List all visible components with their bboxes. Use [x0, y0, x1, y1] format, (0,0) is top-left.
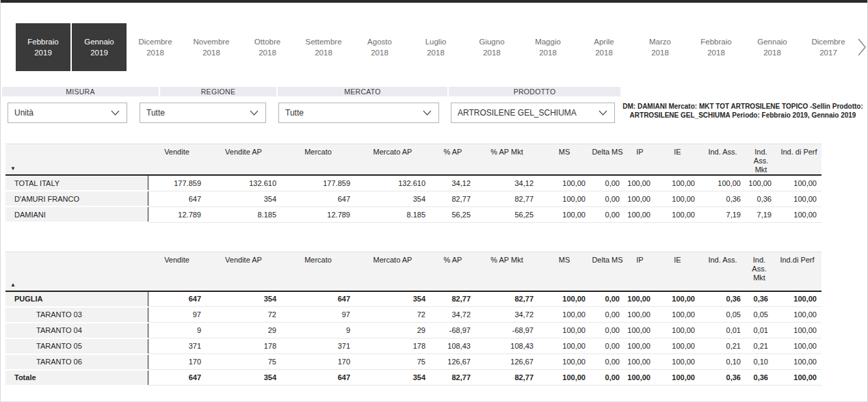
column-header-ip[interactable]: IP	[624, 144, 655, 176]
row-header-total-italy[interactable]: TOTAL ITALY	[5, 175, 148, 191]
column-header-vendite[interactable]: Vendite	[148, 252, 206, 291]
row-header-taranto-03[interactable]: TARANTO 03	[5, 307, 148, 323]
column-header-ind-ass-mkt[interactable]: Ind. Ass. Mkt	[746, 144, 776, 176]
row-header-taranto-04[interactable]: TARANTO 04	[5, 323, 148, 338]
value-cell: 100,00	[624, 354, 655, 370]
value-cell: 75	[355, 354, 430, 370]
row-header-d-amuri-franco[interactable]: D'AMURI FRANCO	[5, 191, 148, 206]
column-header-ap-mkt[interactable]: % AP Mkt	[475, 252, 538, 291]
misura-value: Unità	[8, 108, 111, 118]
column-header-ms[interactable]: MS	[538, 252, 590, 291]
value-cell: 56,25	[430, 206, 475, 222]
column-header-mercato[interactable]: Mercato	[281, 144, 355, 176]
value-cell: 72	[206, 307, 281, 323]
column-header-ind-ass[interactable]: Ind. Ass.	[700, 144, 746, 176]
value-cell: 0,36	[746, 370, 773, 386]
column-header-mercato-ap[interactable]: Mercato AP	[355, 144, 430, 176]
month-tile-maggio-2018[interactable]: Maggio2018	[521, 23, 575, 71]
value-cell: 100,00	[624, 307, 655, 323]
value-cell: 371	[281, 338, 355, 354]
row-header-puglia[interactable]: PUGLIA	[5, 291, 148, 307]
column-header-ind-di-perf[interactable]: Ind. di Perf	[776, 144, 821, 176]
month-label: Dicembre	[138, 36, 172, 47]
column-header-ind-ass-mkt[interactable]: Ind. Ass. Mkt	[746, 252, 773, 291]
sort-desc-icon[interactable]: ▼	[10, 164, 16, 173]
chevron-right-icon	[857, 38, 867, 57]
prodotto-dropdown[interactable]: ARTROSILENE GEL_SCHIUMA	[451, 103, 615, 123]
row-header-column[interactable]: ▲	[5, 252, 148, 291]
column-header-vendite-ap[interactable]: Vendite AP	[206, 144, 281, 176]
row-header-damiani[interactable]: DAMIANI	[5, 206, 148, 222]
column-header-vendite-ap[interactable]: Vendite AP	[206, 252, 281, 291]
column-header-ms[interactable]: MS	[538, 144, 590, 176]
misura-dropdown[interactable]: Unità	[8, 103, 127, 123]
value-cell: 354	[355, 370, 430, 386]
month-tile-settembre-2018[interactable]: Settembre2018	[296, 23, 351, 71]
month-label: Gennaio	[757, 36, 787, 47]
month-tile-agosto-2018[interactable]: Agosto2018	[352, 23, 407, 71]
column-header-mercato[interactable]: Mercato	[281, 252, 355, 291]
row-header-column[interactable]: ▼	[5, 144, 148, 176]
column-header-ie[interactable]: IE	[655, 144, 700, 176]
column-header-ind-ass[interactable]: Ind. Ass.	[700, 252, 746, 291]
month-tile-novembre-2018[interactable]: Novembre2018	[184, 23, 239, 71]
value-cell: 0,00	[590, 370, 624, 386]
value-cell: 82,77	[430, 191, 475, 206]
value-cell: 100,00	[655, 370, 700, 386]
value-cell: 647	[281, 191, 355, 206]
value-cell: 0,00	[590, 175, 624, 191]
value-cell: 647	[148, 291, 206, 307]
mercato-value: Tutte	[279, 108, 423, 118]
month-label: Settembre	[305, 36, 341, 47]
filter-header-regione: REGIONE	[160, 87, 276, 96]
month-tile-gennaio-2018[interactable]: Gennaio2018	[745, 23, 800, 71]
filter-header-mercato: MERCATO	[278, 87, 447, 96]
value-cell: 100,00	[624, 191, 655, 206]
column-header-vendite[interactable]: Vendite	[148, 144, 206, 176]
month-tile-gennaio-2019[interactable]: Gennaio2019	[72, 23, 127, 71]
row-header-totale[interactable]: Totale	[5, 370, 148, 386]
column-header-ind-di-perf[interactable]: Ind.di Perf	[773, 252, 821, 291]
month-tile-febbraio-2019[interactable]: Febbraio2019	[16, 23, 70, 71]
value-cell: 170	[148, 354, 206, 370]
column-header-ap[interactable]: % AP	[430, 144, 475, 176]
month-tile-dicembre-2017[interactable]: Dicembre2017	[801, 23, 856, 71]
month-tile-febbraio-2018[interactable]: Febbraio2018	[689, 23, 744, 71]
value-cell: 100,00	[655, 206, 700, 222]
column-header-delta-ms[interactable]: Delta MS	[590, 144, 624, 176]
value-cell: 100,00	[538, 323, 590, 338]
value-cell: 100,00	[776, 175, 821, 191]
value-cell: 8.185	[355, 206, 430, 222]
year-label: 2018	[146, 47, 164, 58]
month-tile-dicembre-2018[interactable]: Dicembre2018	[128, 23, 183, 71]
column-header-ie[interactable]: IE	[655, 252, 700, 291]
value-cell: 100,00	[773, 307, 821, 323]
column-header-ap[interactable]: % AP	[430, 252, 475, 291]
row-header-taranto-05[interactable]: TARANTO 05	[5, 338, 148, 354]
value-cell: 100,00	[538, 370, 590, 386]
column-header-mercato-ap[interactable]: Mercato AP	[355, 252, 430, 291]
month-tile-ottobre-2018[interactable]: Ottobre2018	[240, 23, 295, 71]
value-cell: 0,00	[590, 191, 624, 206]
timeline-next-button[interactable]	[853, 23, 868, 71]
value-cell: 178	[355, 338, 430, 354]
month-tile-marzo-2018[interactable]: Marzo2018	[633, 23, 687, 71]
row-header-taranto-06[interactable]: TARANTO 06	[5, 354, 148, 370]
sort-asc-icon[interactable]: ▲	[10, 280, 16, 289]
regione-dropdown[interactable]: Tutte	[140, 103, 266, 123]
year-label: 2018	[202, 47, 220, 58]
column-header-ip[interactable]: IP	[624, 252, 655, 291]
value-cell: 0,05	[746, 307, 773, 323]
report-page: Febbraio2019Gennaio2019Dicembre2018Novem…	[0, 0, 868, 402]
month-tile-giugno-2018[interactable]: Giugno2018	[464, 23, 519, 71]
value-cell: 354	[206, 191, 281, 206]
column-header-delta-ms[interactable]: Delta MS	[590, 252, 624, 291]
month-tile-aprile-2018[interactable]: Aprile2018	[577, 23, 631, 71]
mercato-dropdown[interactable]: Tutte	[278, 103, 439, 123]
value-cell: 0,01	[746, 323, 773, 338]
value-cell: 82,77	[475, 191, 538, 206]
month-tile-luglio-2018[interactable]: Luglio2018	[408, 23, 463, 71]
column-header-ap-mkt[interactable]: % AP Mkt	[475, 144, 538, 176]
value-cell: 100,00	[538, 307, 590, 323]
month-label: Luglio	[425, 36, 447, 47]
